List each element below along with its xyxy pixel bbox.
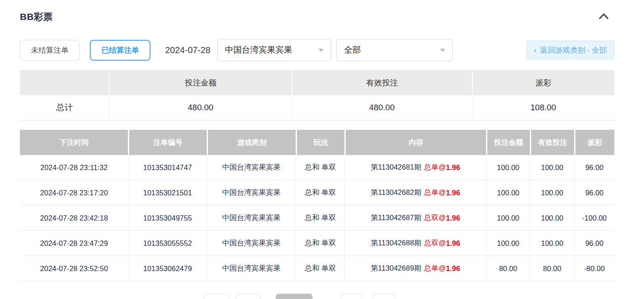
valid-bet: 100.00 bbox=[530, 180, 574, 205]
bet-content: 第113042681期 总单@ 1.96 bbox=[344, 155, 486, 180]
issue-number: 第113042682期 bbox=[370, 188, 421, 198]
bet-pick: 总双@ bbox=[424, 213, 446, 223]
filter-bar: 未结算注单 已结算注单 2024-07-28 中国台湾宾果宾果 全部 ‹ 返回游… bbox=[20, 39, 614, 61]
pagination-button-current[interactable] bbox=[276, 294, 312, 299]
bet-pick: 总单@ bbox=[424, 163, 446, 172]
bet-odds: 1.96 bbox=[446, 264, 460, 273]
game-category: 中国台湾宾果宾果 bbox=[207, 155, 296, 180]
payout: 96.00 bbox=[574, 231, 614, 256]
play-type: 总和 单双 bbox=[296, 155, 344, 180]
bet-pick: 总单@ bbox=[424, 264, 446, 273]
order-number: 101353049755 bbox=[128, 206, 206, 230]
game-category: 中国台湾宾果宾果 bbox=[207, 231, 296, 256]
bet-time: 2024-07-28 23:42:18 bbox=[20, 206, 128, 230]
payout: 96.00 bbox=[574, 155, 614, 180]
table-row: 2024-07-28 23:42:18 101353049755 中国台湾宾果宾… bbox=[20, 206, 614, 231]
summary-header-bet-amount: 投注金额 bbox=[109, 70, 291, 95]
bet-odds: 1.96 bbox=[446, 239, 460, 248]
col-order-number: 注单编号 bbox=[128, 130, 206, 155]
summary-payout: 108.00 bbox=[472, 95, 614, 120]
bet-content: 第113042687期 总双@ 1.96 bbox=[344, 206, 486, 230]
summary-header-payout: 派彩 bbox=[472, 70, 614, 95]
bet-detail-table: 下注时间 注单编号 游戏类别 玩法 内容 投注金额 有效投注 派彩 2024-0… bbox=[20, 130, 614, 281]
bet-time: 2024-07-28 23:11:32 bbox=[20, 155, 128, 180]
payout: -100.00 bbox=[574, 206, 614, 230]
bet-content: 第113042682期 总单@ 1.96 bbox=[344, 180, 486, 205]
valid-bet: 100.00 bbox=[530, 231, 574, 256]
valid-bet: 80.00 bbox=[530, 256, 574, 281]
play-type-select-value: 全部 bbox=[344, 44, 361, 56]
summary-total-row: 总计 480.00 480.00 108.00 bbox=[20, 95, 614, 120]
summary-header-valid-bet: 有效投注 bbox=[292, 70, 472, 95]
order-number: 101353062479 bbox=[128, 256, 206, 281]
payout: -80.00 bbox=[574, 256, 614, 281]
table-row: 2024-07-28 23:17:20 101353021501 中国台湾宾果宾… bbox=[20, 180, 614, 206]
pagination-button-3[interactable] bbox=[341, 294, 362, 299]
order-number: 101353021501 bbox=[128, 180, 206, 205]
back-to-game-category-button[interactable]: ‹ 返回游戏类别 - 全部 bbox=[526, 41, 614, 59]
page-title: BB彩票 bbox=[20, 11, 53, 23]
issue-number: 第113042681期 bbox=[370, 163, 421, 172]
bet-pick: 总单@ bbox=[424, 188, 446, 198]
col-content: 内容 bbox=[344, 130, 486, 155]
pagination-button-2[interactable] bbox=[236, 294, 261, 299]
summary-table-header: 投注金额 有效投注 派彩 bbox=[20, 70, 614, 95]
play-type-select[interactable]: 全部 bbox=[336, 39, 453, 61]
tab-unsettled-bets[interactable]: 未结算注单 bbox=[20, 40, 80, 61]
play-type: 总和 单双 bbox=[296, 206, 344, 230]
bet-content: 第113042689期 总单@ 1.96 bbox=[344, 256, 486, 281]
col-payout: 派彩 bbox=[574, 130, 614, 155]
summary-valid-bet: 480.00 bbox=[292, 95, 472, 120]
bet-time: 2024-07-28 23:17:20 bbox=[20, 180, 128, 205]
table-row: 2024-07-28 23:11:32 101353014747 中国台湾宾果宾… bbox=[20, 155, 614, 180]
play-type: 总和 单双 bbox=[296, 256, 344, 281]
caret-down-icon bbox=[318, 49, 324, 52]
bet-odds: 1.96 bbox=[446, 189, 460, 197]
bet-odds: 1.96 bbox=[446, 163, 460, 172]
table-row: 2024-07-28 23:47:29 101353055552 中国台湾宾果宾… bbox=[20, 231, 614, 256]
col-bet-time: 下注时间 bbox=[20, 130, 128, 155]
chevron-left-icon: ‹ bbox=[534, 46, 536, 55]
bet-amount: 80.00 bbox=[486, 256, 530, 281]
bet-odds: 1.96 bbox=[446, 214, 460, 222]
detail-table-header: 下注时间 注单编号 游戏类别 玩法 内容 投注金额 有效投注 派彩 bbox=[20, 130, 614, 155]
bet-pick: 总双@ bbox=[424, 238, 446, 248]
collapse-panel-button[interactable] bbox=[598, 13, 609, 21]
payout: 96.00 bbox=[574, 180, 614, 205]
game-category: 中国台湾宾果宾果 bbox=[207, 180, 296, 205]
issue-number: 第113042689期 bbox=[370, 264, 421, 273]
summary-table: 投注金额 有效投注 派彩 总计 480.00 480.00 108.00 bbox=[20, 70, 614, 120]
pagination-button-1[interactable] bbox=[204, 294, 230, 299]
bet-content: 第113042688期 总双@ 1.96 bbox=[344, 231, 486, 256]
caret-down-icon bbox=[440, 49, 445, 52]
game-select[interactable]: 中国台湾宾果宾果 bbox=[217, 39, 331, 61]
bet-amount: 100.00 bbox=[486, 231, 530, 256]
bet-amount: 100.00 bbox=[486, 206, 530, 230]
table-row: 2024-07-28 23:52:50 101353062479 中国台湾宾果宾… bbox=[20, 256, 614, 281]
col-valid-bet: 有效投注 bbox=[530, 130, 574, 155]
chevron-up-icon bbox=[598, 13, 609, 21]
tab-settled-bets[interactable]: 已结算注单 bbox=[90, 40, 150, 61]
play-type: 总和 单双 bbox=[296, 180, 344, 205]
valid-bet: 100.00 bbox=[530, 155, 574, 180]
bet-time: 2024-07-28 23:52:50 bbox=[20, 256, 128, 281]
valid-bet: 100.00 bbox=[530, 206, 574, 230]
summary-bet-amount: 480.00 bbox=[109, 95, 291, 120]
order-number: 101353014747 bbox=[128, 155, 206, 180]
col-bet-amount: 投注金额 bbox=[486, 130, 530, 155]
back-button-label: 返回游戏类别 - 全部 bbox=[540, 45, 607, 55]
date-label: 2024-07-28 bbox=[165, 45, 210, 55]
game-category: 中国台湾宾果宾果 bbox=[207, 256, 296, 281]
game-category: 中国台湾宾果宾果 bbox=[207, 206, 296, 230]
summary-total-label: 总计 bbox=[20, 95, 109, 120]
page-header: BB彩票 bbox=[20, 11, 614, 23]
order-number: 101353055552 bbox=[128, 231, 206, 256]
issue-number: 第113042687期 bbox=[370, 213, 421, 223]
pagination-button-4[interactable] bbox=[373, 294, 395, 299]
bet-amount: 100.00 bbox=[486, 155, 530, 180]
issue-number: 第113042688期 bbox=[370, 238, 421, 248]
bet-time: 2024-07-28 23:47:29 bbox=[20, 231, 128, 256]
bet-amount: 100.00 bbox=[486, 180, 530, 205]
play-type: 总和 单双 bbox=[296, 231, 344, 256]
summary-header-empty bbox=[20, 70, 109, 95]
